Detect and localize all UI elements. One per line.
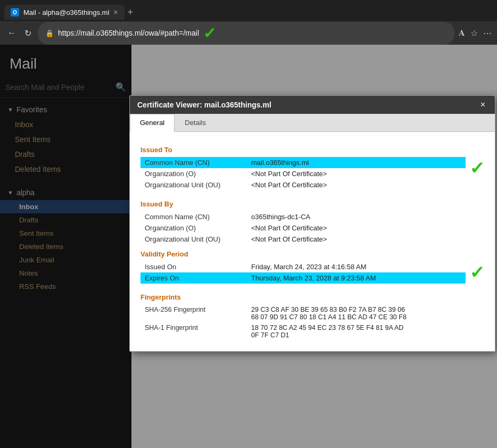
lock-icon: 🔒 xyxy=(45,29,54,37)
issued-by-ou-label: Organizational Unit (OU) xyxy=(140,234,247,245)
sha256-label: SHA-256 Fingerprint xyxy=(145,306,251,321)
address-bar[interactable]: 🔒 https://mail.o365things.ml/owa/#path=/… xyxy=(38,22,454,45)
issued-to-title: Issued To xyxy=(140,146,484,154)
address-text: https://mail.o365things.ml/owa/#path=/ma… xyxy=(58,29,199,37)
sha256-row: SHA-256 Fingerprint 29 C3 C8 AF 30 BE 39… xyxy=(140,304,484,322)
tab-favicon: O xyxy=(11,8,19,16)
sha1-value: 18 70 72 8C A2 45 94 EC 23 78 67 5E F4 8… xyxy=(251,324,403,339)
issued-to-cn-value: mail.o365things.ml xyxy=(247,157,466,168)
issued-to-cn-label: Common Name (CN) xyxy=(140,157,247,168)
validity-issued-on-value: Friday, March 24, 2023 at 4:16:58 AM xyxy=(247,261,466,272)
issued-to-ou-label: Organizational Unit (OU) xyxy=(140,179,247,190)
refresh-button[interactable]: ↻ xyxy=(22,26,34,40)
issued-by-ou-value: <Not Part Of Certificate> xyxy=(247,234,484,245)
tab-close-button[interactable]: × xyxy=(113,8,118,16)
certificate-dialog: Certificate Viewer: mail.o365things.ml ×… xyxy=(129,95,495,352)
settings-icon[interactable]: ⋯ xyxy=(483,28,492,38)
issued-by-table: Common Name (CN) o365things-dc1-CA Organ… xyxy=(140,211,484,245)
issued-to-ou-row: Organizational Unit (OU) <Not Part Of Ce… xyxy=(140,179,466,190)
validity-checkmark: ✓ xyxy=(469,262,485,283)
issued-to-org-label: Organization (O) xyxy=(140,168,247,179)
validity-issued-on-label: Issued On xyxy=(140,261,247,272)
cert-content: Issued To Common Name (CN) mail.o365thin… xyxy=(130,132,495,351)
issued-by-title: Issued By xyxy=(140,200,484,208)
issued-by-org-label: Organization (O) xyxy=(140,222,247,234)
favorites-icon[interactable]: ☆ xyxy=(470,28,478,38)
fingerprints-title: Fingerprints xyxy=(140,293,484,301)
issued-by-cn-value: o365things-dc1-CA xyxy=(247,211,484,222)
tab-title: Mail - alpha@o365things.ml xyxy=(23,9,109,16)
url-checkmark-icon: ✓ xyxy=(203,24,216,42)
validity-title: Validity Period xyxy=(140,250,484,258)
issued-to-cn-row: Common Name (CN) mail.o365things.ml xyxy=(140,157,466,168)
issued-to-checkmark: ✓ xyxy=(469,158,485,178)
issued-by-ou-row: Organizational Unit (OU) <Not Part Of Ce… xyxy=(140,234,484,245)
validity-table: Issued On Friday, March 24, 2023 at 4:16… xyxy=(140,261,466,284)
sha1-label: SHA-1 Fingerprint xyxy=(145,324,251,339)
issued-by-cn-label: Common Name (CN) xyxy=(140,211,247,222)
issued-to-org-value: <Not Part Of Certificate> xyxy=(247,168,466,179)
sha1-row: SHA-1 Fingerprint 18 70 72 8C A2 45 94 E… xyxy=(140,322,484,341)
validity-issued-on-row: Issued On Friday, March 24, 2023 at 4:16… xyxy=(140,261,466,272)
tab-details[interactable]: Details xyxy=(175,114,216,131)
tab-general[interactable]: General xyxy=(130,114,175,132)
validity-expires-on-value: Thursday, March 23, 2028 at 9:23:58 AM xyxy=(247,272,466,284)
issued-to-table: Common Name (CN) mail.o365things.ml Orga… xyxy=(140,157,466,190)
browser-toolbar: 𝐀 ☆ ⋯ xyxy=(459,28,492,38)
issued-by-org-value: <Not Part Of Certificate> xyxy=(247,222,484,234)
back-button[interactable]: ← xyxy=(5,26,18,40)
issued-to-ou-value: <Not Part Of Certificate> xyxy=(247,179,466,190)
cert-close-button[interactable]: × xyxy=(478,100,487,110)
validity-expires-on-label: Expires On xyxy=(140,272,247,284)
issued-by-org-row: Organization (O) <Not Part Of Certificat… xyxy=(140,222,484,234)
new-tab-button[interactable]: + xyxy=(128,7,134,18)
reader-mode-icon[interactable]: 𝐀 xyxy=(459,28,465,38)
browser-tab[interactable]: O Mail - alpha@o365things.ml × xyxy=(4,5,125,20)
issued-by-cn-row: Common Name (CN) o365things-dc1-CA xyxy=(140,211,484,222)
cert-dialog-title: Certificate Viewer: mail.o365things.ml xyxy=(137,101,271,109)
cert-tabs: General Details xyxy=(130,114,495,132)
issued-to-org-row: Organization (O) <Not Part Of Certificat… xyxy=(140,168,466,179)
fingerprints-section: SHA-256 Fingerprint 29 C3 C8 AF 30 BE 39… xyxy=(140,304,484,341)
sha256-value: 29 C3 C8 AF 30 BE 39 65 83 B0 F2 7A B7 8… xyxy=(251,306,407,321)
validity-expires-on-row: Expires On Thursday, March 23, 2028 at 9… xyxy=(140,272,466,284)
cert-title-bar: Certificate Viewer: mail.o365things.ml × xyxy=(130,96,495,114)
